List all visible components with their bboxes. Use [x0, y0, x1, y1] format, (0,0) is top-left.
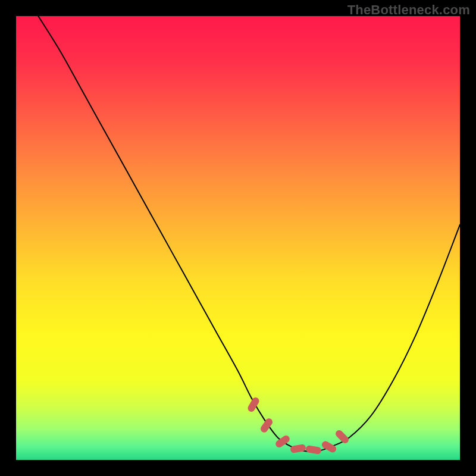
plot-area: [16, 16, 460, 460]
watermark-text: TheBottleneck.com: [347, 2, 470, 18]
curve-layer: [16, 16, 460, 460]
bottleneck-curve: [38, 16, 460, 452]
chart-frame: TheBottleneck.com: [0, 0, 476, 476]
